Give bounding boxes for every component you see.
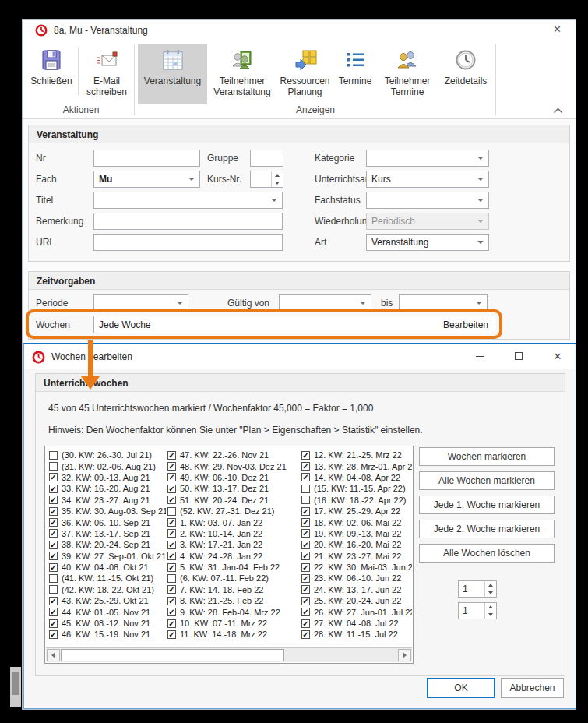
ribbon-button-email[interactable]: E-Mail schreiben bbox=[81, 44, 132, 104]
week-item[interactable]: ✓35. KW: 30. Aug-03. Sep 21 bbox=[49, 506, 166, 517]
week-item[interactable]: ✓40. KW: 04.-08. Okt 21 bbox=[49, 562, 166, 573]
art-dropdown[interactable]: Veranstaltung bbox=[366, 234, 489, 251]
checkbox-unchecked[interactable] bbox=[49, 462, 58, 471]
fachstatus-dropdown[interactable] bbox=[366, 192, 489, 209]
week-item[interactable]: ✓24. KW: 13.-17. Jun 22 bbox=[301, 584, 412, 595]
url-input[interactable] bbox=[93, 234, 283, 251]
week-item[interactable]: ✓28. KW: 11.-15. Jul 22 bbox=[301, 629, 412, 640]
ribbon-button-ressourcen[interactable]: Ressourcen Planung bbox=[276, 44, 333, 104]
scroll-right-button[interactable] bbox=[398, 649, 411, 661]
checkbox-checked[interactable]: ✓ bbox=[167, 597, 176, 605]
week-item[interactable]: (6. KW: 07.-11. Feb 22) bbox=[167, 573, 300, 584]
week-item[interactable]: ✓32. KW: 09.-13. Aug 21 bbox=[49, 472, 166, 483]
week-item[interactable]: ✓14. KW: 04.-08. Apr 22 bbox=[301, 472, 412, 483]
checkbox-checked[interactable]: ✓ bbox=[167, 552, 176, 560]
checkbox-checked[interactable]: ✓ bbox=[49, 473, 58, 481]
checkbox-checked[interactable]: ✓ bbox=[167, 518, 176, 527]
side-button[interactable]: Alle Wochen markieren bbox=[419, 471, 555, 490]
checkbox-unchecked[interactable] bbox=[49, 451, 58, 460]
dialog-minimize-button[interactable] bbox=[471, 348, 488, 364]
checkbox-checked[interactable]: ✓ bbox=[49, 563, 58, 572]
checkbox-checked[interactable]: ✓ bbox=[301, 552, 310, 560]
side-button[interactable]: Jede 2. Woche markieren bbox=[419, 520, 555, 538]
checkbox-checked[interactable]: ✓ bbox=[301, 473, 310, 481]
ribbon-button-teilnehmer-veranstaltung[interactable]: Teilnehmer Veranstaltung bbox=[209, 44, 276, 104]
scrollbar-thumb[interactable] bbox=[61, 649, 284, 661]
alle-spinner[interactable]: 1 bbox=[458, 580, 497, 598]
checkbox-checked[interactable]: ✓ bbox=[301, 507, 310, 516]
bemerkung-input[interactable] bbox=[93, 213, 283, 230]
checkbox-checked[interactable]: ✓ bbox=[301, 585, 310, 594]
checkbox-checked[interactable]: ✓ bbox=[167, 451, 176, 460]
jede-spinner[interactable]: 1 bbox=[458, 602, 497, 619]
spinner-arrows[interactable] bbox=[484, 581, 496, 597]
scroll-left-button[interactable] bbox=[47, 649, 60, 661]
week-item[interactable]: ✓48. KW: 29. Nov-03. Dez 21 bbox=[167, 460, 300, 471]
week-item[interactable]: ✓47. KW: 22.-26. Nov 21 bbox=[167, 450, 300, 460]
kursnr-spinner[interactable] bbox=[250, 171, 283, 188]
week-item[interactable]: ✓1. KW: 03.-07. Jan 22 bbox=[167, 517, 300, 527]
week-item[interactable]: (52. KW: 27.-31. Dez 21) bbox=[167, 506, 300, 517]
side-button[interactable]: Alle Wochen löschen bbox=[419, 544, 555, 563]
checkbox-checked[interactable]: ✓ bbox=[167, 619, 176, 628]
week-item[interactable]: ✓2. KW: 10.-14. Jan 22 bbox=[167, 528, 300, 539]
checkbox-checked[interactable]: ✓ bbox=[301, 462, 310, 471]
week-item[interactable]: ✓13. KW: 28. Mrz-01. Apr 22 bbox=[301, 460, 412, 471]
week-item[interactable]: ✓5. KW: 31. Jan-04. Feb 22 bbox=[167, 562, 300, 573]
week-item[interactable]: ✓8. KW: 21.-25. Feb 22 bbox=[167, 595, 300, 606]
checkbox-checked[interactable]: ✓ bbox=[49, 552, 58, 560]
week-item[interactable]: ✓38. KW: 20.-24. Sep 21 bbox=[49, 539, 166, 550]
week-item[interactable]: ✓25. KW: 20.-24. Jun 22 bbox=[301, 595, 412, 606]
week-item[interactable]: ✓36. KW: 06.-10. Sep 21 bbox=[49, 517, 166, 527]
week-item[interactable]: ✓4. KW: 24.-28. Jan 22 bbox=[167, 551, 300, 562]
week-item[interactable]: ✓50. KW: 13.-17. Dez 21 bbox=[167, 483, 300, 494]
dialog-maximize-button[interactable] bbox=[510, 348, 527, 364]
week-item[interactable]: ✓20. KW: 16.-20. Mai 22 bbox=[301, 539, 412, 550]
checkbox-checked[interactable]: ✓ bbox=[167, 585, 176, 594]
week-item[interactable]: ✓43. KW: 25.-29. Okt 21 bbox=[49, 595, 166, 606]
week-item[interactable]: ✓23. KW: 06.-10. Jun 22 bbox=[301, 573, 412, 584]
dialog-close-button[interactable]: ✕ bbox=[549, 348, 566, 364]
ribbon-button-zeitdetails[interactable]: Zeitdetails bbox=[438, 44, 493, 104]
week-item[interactable]: ✓19. KW: 09.-13. Mai 22 bbox=[301, 528, 412, 539]
checkbox-checked[interactable]: ✓ bbox=[301, 619, 310, 628]
weeks-listbox[interactable]: (30. KW: 26.-30. Jul 21)(31. KW: 02.-06.… bbox=[44, 446, 414, 664]
checkbox-checked[interactable]: ✓ bbox=[301, 563, 310, 572]
checkbox-checked[interactable]: ✓ bbox=[301, 529, 310, 538]
checkbox-checked[interactable]: ✓ bbox=[167, 485, 176, 493]
checkbox-unchecked[interactable] bbox=[167, 507, 176, 516]
gruppe-input[interactable] bbox=[250, 150, 283, 167]
week-item[interactable]: (31. KW: 02.-06. Aug 21) bbox=[49, 460, 166, 471]
checkbox-checked[interactable]: ✓ bbox=[167, 529, 176, 538]
horizontal-scrollbar[interactable] bbox=[46, 647, 412, 662]
week-item[interactable]: ✓44. KW: 01.-05. Nov 21 bbox=[49, 606, 166, 617]
side-button[interactable]: Wochen markieren bbox=[419, 447, 555, 466]
checkbox-checked[interactable]: ✓ bbox=[49, 485, 58, 493]
ribbon-button-termine[interactable]: Termine bbox=[334, 44, 376, 104]
checkbox-checked[interactable]: ✓ bbox=[167, 473, 176, 481]
week-item[interactable]: ✓22. KW: 30. Mai-03. Jun 22 bbox=[301, 562, 412, 573]
unterrichtsart-dropdown[interactable]: Kurs bbox=[366, 171, 489, 188]
checkbox-checked[interactable]: ✓ bbox=[301, 541, 310, 549]
checkbox-checked[interactable]: ✓ bbox=[301, 518, 310, 527]
week-item[interactable]: ✓12. KW: 21.-25. Mrz 22 bbox=[301, 450, 412, 460]
week-item[interactable]: ✓34. KW: 23.-27. Aug 21 bbox=[49, 495, 166, 506]
week-item[interactable]: ✓37. KW: 13.-17. Sep 21 bbox=[49, 528, 166, 539]
week-item[interactable]: ✓21. KW: 23.-27. Mai 22 bbox=[301, 551, 412, 562]
checkbox-checked[interactable]: ✓ bbox=[301, 608, 310, 616]
week-item[interactable]: ✓33. KW: 16.-20. Aug 21 bbox=[49, 483, 166, 494]
checkbox-checked[interactable]: ✓ bbox=[301, 630, 310, 639]
checkbox-checked[interactable]: ✓ bbox=[301, 597, 310, 605]
ribbon-collapse-chevron-icon[interactable] bbox=[553, 103, 563, 117]
checkbox-checked[interactable]: ✓ bbox=[49, 529, 58, 538]
ribbon-button-teilnehmer-termine[interactable]: Teilnehmer Termine bbox=[377, 44, 438, 104]
checkbox-checked[interactable]: ✓ bbox=[49, 507, 58, 516]
checkbox-checked[interactable]: ✓ bbox=[49, 608, 58, 616]
checkbox-checked[interactable]: ✓ bbox=[167, 608, 176, 616]
week-item[interactable]: (16. KW: 18.-22. Apr 22) bbox=[301, 495, 412, 506]
week-item[interactable]: ✓51. KW: 20.-24. Dez 21 bbox=[167, 495, 300, 506]
checkbox-checked[interactable]: ✓ bbox=[167, 563, 176, 572]
ribbon-button-veranstaltung[interactable]: Veranstaltung bbox=[138, 44, 207, 104]
checkbox-checked[interactable]: ✓ bbox=[167, 541, 176, 549]
titel-dropdown[interactable] bbox=[93, 192, 283, 209]
